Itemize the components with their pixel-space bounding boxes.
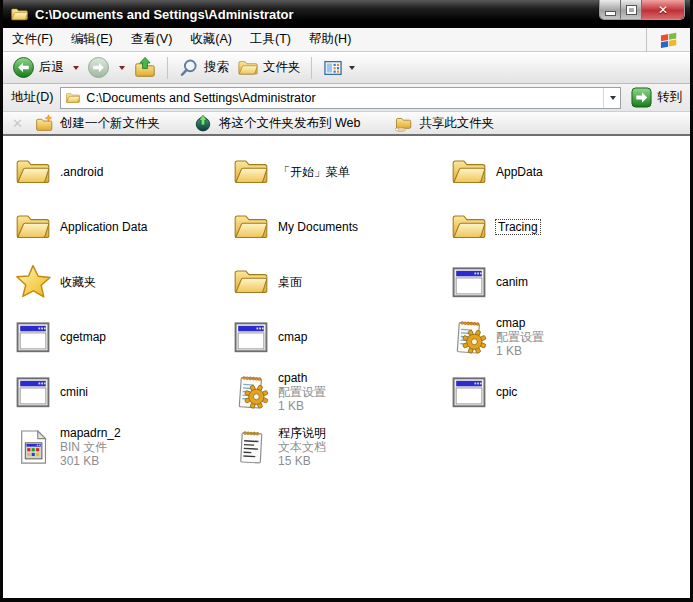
menu-bar: 文件(F) 编辑(E) 查看(V) 收藏(A) 工具(T) 帮助(H)	[3, 28, 690, 52]
file-name: cmap	[496, 316, 525, 330]
address-field[interactable]	[60, 87, 621, 109]
file-tile[interactable]: My Documents	[231, 199, 449, 254]
text-doc-icon	[231, 425, 271, 469]
app-window-icon	[449, 370, 489, 414]
file-labels: 桌面	[278, 275, 302, 289]
file-tile[interactable]: Tracing	[449, 199, 667, 254]
menu-edit[interactable]: 编辑(E)	[62, 28, 122, 51]
bin-file-icon	[13, 425, 53, 469]
file-tile[interactable]: Application Data	[13, 199, 231, 254]
back-button[interactable]: 后退	[9, 54, 67, 81]
file-name: cmini	[60, 385, 88, 399]
file-name: mapadrn_2	[60, 426, 121, 440]
task-publish-web[interactable]: 将这个文件夹发布到 Web	[194, 114, 360, 132]
toolbar: 后退 搜索 文件夹	[3, 52, 690, 84]
explorer-window: C:\Documents and Settings\Administrator …	[0, 0, 693, 602]
file-tile[interactable]: cpic	[449, 364, 667, 419]
file-tile[interactable]: 「开始」菜单	[231, 144, 449, 199]
folder-icon	[231, 205, 271, 249]
folder-icon	[449, 150, 489, 194]
title-bar[interactable]: C:\Documents and Settings\Administrator …	[3, 0, 690, 28]
menu-file[interactable]: 文件(F)	[3, 28, 62, 51]
file-tile[interactable]: 桌面	[231, 254, 449, 309]
file-tile[interactable]: cmap	[231, 309, 449, 364]
publish-web-icon	[194, 114, 212, 132]
window-title: C:\Documents and Settings\Administrator	[35, 7, 294, 22]
forward-dropdown[interactable]	[115, 64, 128, 72]
address-folder-icon	[65, 91, 81, 105]
folder-icon	[231, 260, 271, 304]
address-label: 地址(D)	[11, 89, 53, 106]
up-button[interactable]	[130, 54, 160, 82]
windows-logo-icon	[659, 31, 678, 48]
file-labels: 收藏夹	[60, 275, 96, 289]
toolbar-separator	[167, 57, 168, 79]
file-tile[interactable]: canim	[449, 254, 667, 309]
close-icon: ✕	[658, 3, 668, 17]
task-share-folder-label: 共享此文件夹	[419, 115, 494, 132]
file-tile[interactable]: .android	[13, 144, 231, 199]
minimize-icon	[606, 12, 615, 15]
new-folder-icon	[35, 114, 53, 132]
file-labels: canim	[496, 275, 528, 289]
views-icon	[322, 57, 344, 79]
back-dropdown[interactable]	[69, 64, 82, 72]
file-tile[interactable]: 收藏夹	[13, 254, 231, 309]
file-labels: mapadrn_2 BIN 文件 301 KB	[60, 426, 121, 468]
window-controls: ✕	[599, 0, 685, 20]
file-labels: .android	[60, 165, 103, 179]
file-name: 收藏夹	[60, 275, 96, 289]
task-create-folder[interactable]: 创建一个新文件夹	[35, 114, 160, 132]
menu-help[interactable]: 帮助(H)	[300, 28, 360, 51]
file-labels: cmini	[60, 385, 88, 399]
go-label: 转到	[657, 89, 682, 106]
file-labels: My Documents	[278, 220, 358, 234]
file-tile[interactable]: cmap 配置设置 1 KB	[449, 309, 667, 364]
menu-view[interactable]: 查看(V)	[122, 28, 182, 51]
task-share-folder[interactable]: 共享此文件夹	[394, 114, 494, 132]
app-window-icon	[13, 315, 53, 359]
window-folder-icon	[10, 6, 29, 23]
file-tile[interactable]: AppData	[449, 144, 667, 199]
minimize-button[interactable]	[600, 0, 621, 19]
address-input[interactable]	[86, 88, 603, 108]
file-tile[interactable]: 程序说明 文本文档 15 KB	[231, 419, 449, 474]
menu-favorites[interactable]: 收藏(A)	[181, 28, 241, 51]
maximize-icon	[627, 6, 636, 14]
app-window-icon	[449, 260, 489, 304]
file-name: AppData	[496, 165, 543, 179]
chevron-down-icon	[349, 66, 355, 70]
folders-button[interactable]: 文件夹	[234, 56, 304, 80]
maximize-button[interactable]	[621, 0, 642, 19]
star-icon	[13, 260, 53, 304]
forward-button[interactable]	[84, 54, 113, 81]
menubar-logo-area	[646, 28, 690, 51]
folders-label: 文件夹	[263, 59, 301, 76]
back-icon	[12, 56, 35, 79]
file-grid: .android 「开始」菜单 AppData Application Data	[3, 136, 690, 474]
toolbar-separator	[311, 57, 312, 79]
file-name: canim	[496, 275, 528, 289]
file-name: My Documents	[278, 220, 358, 234]
folder-icon	[13, 205, 53, 249]
app-window-icon	[13, 370, 53, 414]
file-tile[interactable]: cpath 配置设置 1 KB	[231, 364, 449, 419]
folder-icon	[231, 150, 271, 194]
close-button[interactable]: ✕	[642, 0, 684, 19]
file-labels: cmap 配置设置 1 KB	[496, 316, 544, 358]
address-dropdown-button[interactable]	[603, 88, 620, 108]
file-tile[interactable]: cgetmap	[13, 309, 231, 364]
file-tile[interactable]: cmini	[13, 364, 231, 419]
close-tasks-icon: ✕	[12, 116, 23, 131]
menu-tools[interactable]: 工具(T)	[241, 28, 300, 51]
share-folder-icon	[394, 114, 412, 132]
file-tile[interactable]: mapadrn_2 BIN 文件 301 KB	[13, 419, 231, 474]
file-name: .android	[60, 165, 103, 179]
search-button[interactable]: 搜索	[175, 55, 232, 81]
file-size: 15 KB	[278, 454, 311, 468]
file-name: 「开始」菜单	[278, 165, 350, 179]
views-button[interactable]	[319, 55, 358, 81]
go-button[interactable]: 转到	[628, 87, 685, 108]
file-labels: cgetmap	[60, 330, 106, 344]
file-type: 配置设置	[496, 330, 544, 344]
